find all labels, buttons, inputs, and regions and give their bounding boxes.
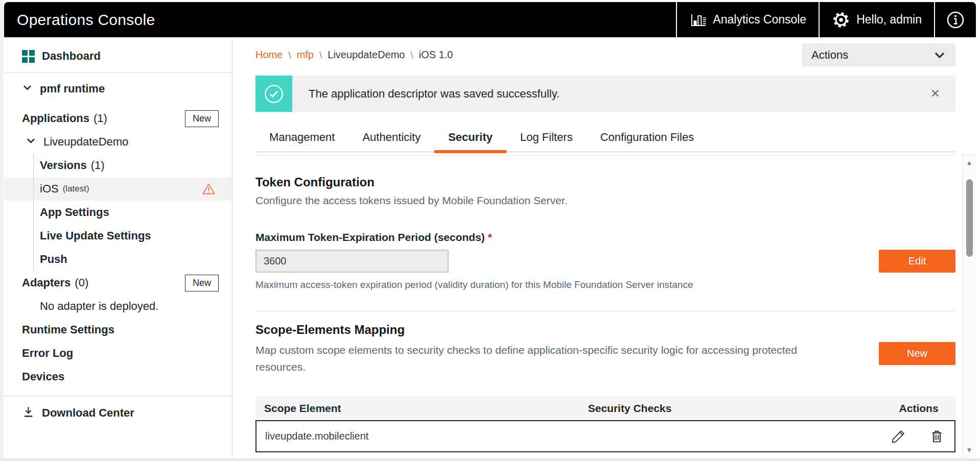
versions-label: Versions [40,159,87,172]
scrollbar[interactable]: ▲ ▼ [962,155,976,458]
sidebar-item-runtime[interactable]: pmf runtime [4,77,232,101]
analytics-console-link[interactable]: Analytics Console [676,2,819,37]
breadcrumb: Home \ mfp \ LiveupdateDemo \ iOS 1.0 [255,49,453,61]
sidebar-item-dashboard[interactable]: Dashboard [4,44,232,68]
required-marker: * [488,231,492,243]
adapters-count: (0) [75,276,88,289]
main-content: Home \ mfp \ LiveupdateDemo \ iOS 1.0 Ac… [232,37,976,458]
column-header-scope-element: Scope Element [255,402,588,415]
delete-scope-button[interactable] [929,429,944,444]
devices-label: Devices [22,370,64,383]
sidebar-item-devices[interactable]: Devices [4,365,232,389]
pencil-icon [891,429,906,444]
token-expiration-label-text: Maximum Token-Expiration Period (seconds… [255,231,485,243]
sidebar-divider [4,72,232,73]
section-divider [255,311,955,311]
gear-icon [832,11,850,29]
token-configuration-subtitle: Configure the access tokens issued by Mo… [255,195,955,207]
app-title: Operations Console [4,11,676,29]
applications-count: (1) [94,112,107,125]
adapters-label: Adapters [22,276,71,289]
tab-management[interactable]: Management [255,129,348,152]
user-settings-menu[interactable]: Hello, admin [819,2,934,37]
actions-dropdown[interactable]: Actions [802,43,955,66]
window-bottom-edge [0,458,980,461]
trash-icon [929,429,944,444]
warning-triangle-icon [202,182,216,196]
table-header-row: Scope Element Security Checks Actions [255,397,955,420]
close-icon: ✕ [930,87,940,101]
scope-mapping-description: Map custom scope elements to security ch… [255,342,810,375]
sidebar-item-push[interactable]: Push [4,248,232,271]
tab-configuration-files[interactable]: Configuration Files [587,129,708,152]
sidebar-item-applications[interactable]: Applications (1) New [4,107,232,130]
scope-elements-table: Scope Element Security Checks Actions li… [255,397,955,452]
ios-latest-tag: (latest) [63,184,89,194]
success-check-icon [255,76,292,112]
scope-element-cell: liveupdate.mobileclient [256,430,588,442]
download-icon [22,405,35,421]
analytics-chart-icon [689,12,707,28]
sidebar-item-app-settings[interactable]: App Settings [4,201,232,224]
sidebar-divider [4,396,232,396]
token-expiration-label: Maximum Token-Expiration Period (seconds… [255,231,955,244]
dashboard-grid-icon [22,50,35,63]
window-left-edge [0,0,4,461]
sidebar-item-versions[interactable]: Versions (1) [4,154,232,177]
sidebar-item-adapters[interactable]: Adapters (0) New [4,271,232,295]
token-expiration-helper: Maximum access-token expiration period (… [255,279,955,290]
info-button[interactable] [934,2,976,37]
token-expiration-input[interactable] [255,250,449,273]
table-row: liveupdate.mobileclient [255,420,955,452]
push-label: Push [40,253,67,266]
app-subtree: Versions (1) iOS (latest) App [4,154,232,271]
sidebar-item-live-update-settings[interactable]: Live Update Settings [4,224,232,248]
scroll-down-arrow[interactable]: ▼ [963,446,976,454]
live-update-settings-label: Live Update Settings [40,229,151,242]
sidebar-item-app-liveupdatedemo[interactable]: LiveupdateDemo [4,130,232,154]
breadcrumb-home[interactable]: Home [255,49,283,61]
sidebar-item-error-log[interactable]: Error Log [4,342,232,365]
new-application-button[interactable]: New [185,110,219,127]
tab-authenticity[interactable]: Authenticity [348,129,434,152]
edit-scope-button[interactable] [891,429,906,444]
no-adapter-text: No adapter is deployed. [4,295,232,318]
tab-security[interactable]: Security [434,129,506,152]
sidebar-item-download-center[interactable]: Download Center [4,401,232,425]
column-header-actions: Actions [882,402,955,415]
runtime-settings-label: Runtime Settings [22,323,114,336]
runtime-label: pmf runtime [40,82,105,95]
scrollbar-thumb[interactable] [966,179,973,257]
breadcrumb-mfp[interactable]: mfp [297,49,314,61]
operations-console-window: Operations Console Analytics Console [0,0,980,461]
error-log-label: Error Log [22,347,73,360]
token-configuration-title: Token Configuration [255,175,955,189]
edit-button[interactable]: Edit [879,250,955,273]
breadcrumb-separator: \ [410,50,413,61]
actions-dropdown-label: Actions [811,48,848,62]
ios-label: iOS [40,182,59,196]
scroll-up-arrow[interactable]: ▲ [963,159,976,166]
breadcrumb-app: LiveupdateDemo [328,49,405,61]
subtree-guide-line [33,154,34,271]
download-center-label: Download Center [42,406,134,420]
content-top-divider [255,155,955,156]
breadcrumb-separator: \ [288,50,291,61]
column-header-security-checks: Security Checks [588,402,882,415]
sidebar-item-ios-version[interactable]: iOS (latest) [4,177,232,201]
banner-message: The application descriptor was saved suc… [292,76,915,112]
new-adapter-button[interactable]: New [185,275,219,292]
chevron-down-icon [933,48,946,62]
sidebar-item-runtime-settings[interactable]: Runtime Settings [4,318,232,342]
row-actions-cell [881,429,954,444]
chevron-down-icon [26,135,36,149]
banner-close-button[interactable]: ✕ [915,76,955,112]
tab-log-filters[interactable]: Log Filters [506,129,587,152]
tab-bar: Management Authenticity Security Log Fil… [255,129,955,152]
scope-mapping-title: Scope-Elements Mapping [255,323,955,337]
new-scope-element-button[interactable]: New [879,342,955,365]
versions-count: (1) [91,159,105,172]
top-header-bar: Operations Console Analytics Console [4,2,976,37]
analytics-console-label: Analytics Console [713,13,806,27]
applications-label: Applications [22,112,89,125]
